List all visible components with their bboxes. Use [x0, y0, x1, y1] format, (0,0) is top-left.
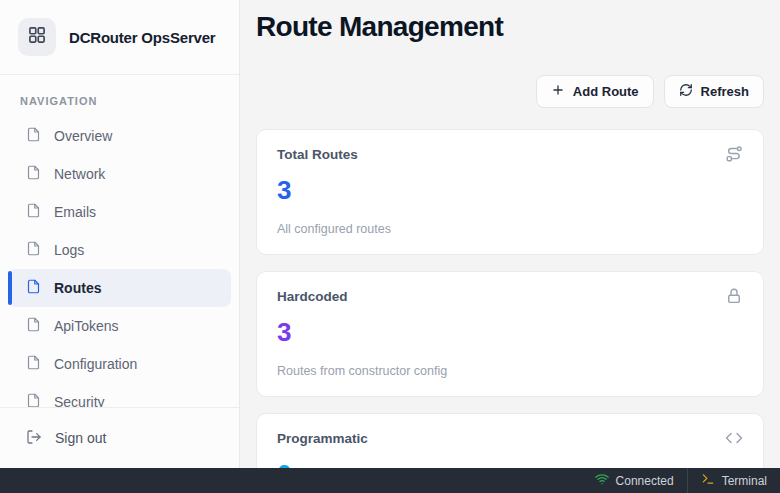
file-icon — [26, 317, 41, 335]
sign-out-button[interactable]: Sign out — [0, 429, 106, 448]
terminal-toggle[interactable]: Terminal — [688, 468, 780, 493]
sidebar-footer: Sign out — [0, 407, 239, 468]
stat-cards: Total Routes 3 All configured routes Har… — [256, 129, 764, 468]
app-window: DCRouter OpsServer NAVIGATION Overview N… — [0, 0, 780, 468]
sidebar-item-emails[interactable]: Emails — [8, 193, 231, 231]
lock-icon — [725, 287, 743, 309]
add-route-button[interactable]: Add Route — [536, 75, 654, 108]
log-out-icon — [26, 429, 42, 448]
terminal-icon — [701, 472, 715, 489]
sidebar-item-security[interactable]: Security — [8, 383, 231, 407]
card-description: All configured routes — [277, 222, 743, 236]
file-icon — [26, 127, 41, 145]
hardcoded-card: Hardcoded 3 Routes from constructor conf… — [256, 271, 764, 397]
card-value: 3 — [277, 176, 743, 205]
connection-status-label: Connected — [616, 474, 674, 488]
card-value: 0 — [277, 460, 743, 468]
nav-section-label: NAVIGATION — [0, 95, 239, 107]
sidebar-item-label: Emails — [54, 204, 96, 220]
code-icon — [725, 429, 743, 451]
status-bar: Connected Terminal — [0, 468, 780, 493]
refresh-button[interactable]: Refresh — [664, 75, 764, 108]
sidebar-item-network[interactable]: Network — [8, 155, 231, 193]
sign-out-label: Sign out — [55, 430, 106, 446]
toolbar: Add Route Refresh — [256, 75, 764, 108]
wifi-icon — [595, 472, 609, 489]
sidebar-header: DCRouter OpsServer — [0, 0, 239, 75]
brand-name: DCRouter OpsServer — [69, 29, 215, 46]
sidebar-item-label: Configuration — [54, 356, 137, 372]
programmatic-card: Programmatic 0 — [256, 413, 764, 468]
plus-icon — [551, 83, 565, 100]
terminal-label: Terminal — [722, 474, 767, 488]
sidebar-item-routes[interactable]: Routes — [8, 269, 231, 307]
file-icon — [26, 241, 41, 259]
page-title: Route Management — [256, 11, 764, 43]
main-content: Route Management Add Route Refresh Total… — [240, 0, 780, 468]
file-icon — [26, 355, 41, 373]
sidebar-item-label: Network — [54, 166, 105, 182]
sidebar-item-logs[interactable]: Logs — [8, 231, 231, 269]
card-description: Routes from constructor config — [277, 364, 743, 378]
add-route-label: Add Route — [573, 84, 639, 99]
card-title: Total Routes — [277, 147, 358, 162]
sidebar-item-label: Routes — [54, 280, 101, 296]
connection-status[interactable]: Connected — [582, 468, 687, 493]
sidebar-item-label: Security — [54, 394, 105, 407]
total-routes-card: Total Routes 3 All configured routes — [256, 129, 764, 255]
route-icon — [725, 145, 743, 167]
card-title: Hardcoded — [277, 289, 348, 304]
sidebar-item-overview[interactable]: Overview — [8, 117, 231, 155]
file-icon — [26, 279, 41, 297]
refresh-icon — [679, 83, 693, 100]
card-value: 3 — [277, 318, 743, 347]
sidebar-item-apitokens[interactable]: ApiTokens — [8, 307, 231, 345]
sidebar-item-label: ApiTokens — [54, 318, 119, 334]
app-logo — [18, 18, 56, 56]
sidebar-nav: NAVIGATION Overview Network Emails Logs … — [0, 75, 239, 407]
sidebar-item-configuration[interactable]: Configuration — [8, 345, 231, 383]
grid-icon — [27, 25, 47, 49]
file-icon — [26, 165, 41, 183]
file-icon — [26, 393, 41, 407]
sidebar: DCRouter OpsServer NAVIGATION Overview N… — [0, 0, 240, 468]
refresh-label: Refresh — [701, 84, 749, 99]
sidebar-item-label: Logs — [54, 242, 84, 258]
file-icon — [26, 203, 41, 221]
card-title: Programmatic — [277, 431, 368, 446]
sidebar-item-label: Overview — [54, 128, 112, 144]
